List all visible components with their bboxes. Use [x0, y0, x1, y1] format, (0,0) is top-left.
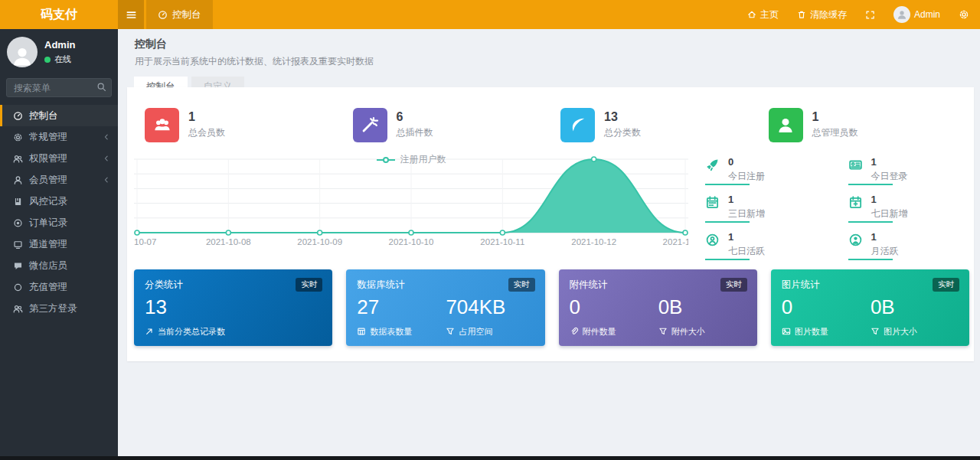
- stat-row: 1总会员数 6总插件数 13总分类数 1总管理员数: [135, 101, 966, 148]
- trash-icon: [797, 10, 806, 19]
- quick-stat-month-active: 1月活跃: [841, 227, 970, 262]
- image-icon: [782, 327, 791, 336]
- settings-button[interactable]: [959, 9, 969, 20]
- filter-icon: [658, 327, 668, 336]
- home-icon: [747, 10, 756, 19]
- users-group-icon: [145, 108, 179, 142]
- registrations-chart: 注册用户数 10-072021-10-082021-10-092021-10-1…: [134, 152, 688, 253]
- quick-stat-three-day-new: 1三日新增: [697, 189, 827, 224]
- breadcrumb-tab[interactable]: 控制台: [146, 0, 213, 29]
- sidebar-item-general[interactable]: 常规管理: [0, 126, 118, 148]
- card-attachment-stats: 附件统计实时 0 附件数量 0B 附件大小: [559, 269, 757, 346]
- card-image-stats: 图片统计实时 0 图片数量 0B 图片大小: [771, 269, 969, 346]
- online-status-label: 在线: [54, 54, 71, 65]
- search-icon: [96, 82, 106, 92]
- avatar: [7, 37, 38, 67]
- home-link[interactable]: 主页: [747, 8, 779, 21]
- sidebar-item-risk-records[interactable]: 风控记录: [0, 191, 118, 212]
- gear-icon: [959, 9, 969, 20]
- quick-stats: 0今日注册 1今日登录 1三日新增 1七日新增 1七日活跃: [697, 152, 969, 262]
- card-category-stats: 分类统计实时 13 当前分类总记录数: [134, 269, 332, 346]
- rocket-icon: [705, 158, 720, 172]
- realtime-badge: 实时: [296, 278, 322, 292]
- user-icon: [769, 108, 803, 142]
- sidebar-toggle-button[interactable]: [118, 0, 144, 29]
- user-icon: [13, 175, 23, 185]
- app: 码支付 控制台 主页 清除缓存 Admin: [0, 0, 980, 460]
- stat-total-members: 1总会员数: [135, 101, 343, 148]
- leaf-icon: [560, 108, 595, 142]
- target-icon: [13, 218, 23, 228]
- main-content: 控制台 用于展示当前系统中的统计数据、统计报表及重要实时数据 控制台 自定义 1…: [118, 29, 980, 456]
- x-axis-label: 10-07: [134, 237, 156, 246]
- realtime-badge: 实时: [508, 278, 535, 292]
- dashboard-panel: 1总会员数 6总插件数 13总分类数 1总管理员数: [127, 87, 974, 361]
- users-icon: [13, 304, 23, 314]
- id-card-icon: [848, 158, 863, 172]
- chevron-left-icon: [103, 133, 110, 141]
- sidebar-item-recharge[interactable]: 充值管理: [0, 276, 118, 298]
- magic-wand-icon: [353, 108, 387, 142]
- filter-icon: [446, 327, 455, 336]
- comment-icon: [13, 261, 23, 271]
- fullscreen-button[interactable]: [865, 10, 875, 20]
- gauge-icon: [13, 111, 23, 121]
- sidebar-item-third-party-login[interactable]: 第三方登录: [0, 298, 118, 319]
- user-menu[interactable]: Admin: [893, 6, 940, 23]
- sidebar-menu: 控制台 常规管理 权限管理 会员管理 风控记录: [0, 105, 118, 319]
- brand-logo[interactable]: 码支付: [0, 0, 118, 29]
- sidebar: Admin 在线 控制台 常规管理 权限管理: [0, 29, 118, 456]
- x-axis-label: 2021-10-12: [571, 237, 616, 246]
- summary-cards: 分类统计实时 13 当前分类总记录数 数据库统计实时 27 数据表数量: [134, 269, 969, 346]
- user-menu-name: Admin: [914, 9, 940, 20]
- chart-legend[interactable]: 注册用户数: [134, 153, 688, 166]
- brand-title: 码支付: [41, 8, 77, 21]
- x-axis-label: 2021-10-08: [206, 237, 251, 246]
- breadcrumb-label: 控制台: [172, 8, 201, 21]
- sidebar-item-permissions[interactable]: 权限管理: [0, 148, 118, 169]
- stat-total-plugins: 6总插件数: [343, 101, 551, 148]
- x-axis-label: 2021-10-13: [663, 237, 688, 246]
- topbar-right: 主页 清除缓存 Admin: [747, 0, 980, 29]
- realtime-badge: 实时: [720, 278, 747, 292]
- clear-cache-button[interactable]: 清除缓存: [797, 8, 847, 21]
- menu-search: [6, 78, 112, 97]
- stat-total-admins: 1总管理员数: [759, 101, 967, 148]
- cogs-icon: [13, 132, 23, 142]
- sidebar-item-wechat-clerk[interactable]: 微信店员: [0, 255, 118, 276]
- sidebar-user-panel: Admin 在线: [0, 29, 118, 75]
- user-icon: [11, 44, 34, 67]
- chevron-left-icon: [103, 176, 110, 184]
- sidebar-item-members[interactable]: 会员管理: [0, 169, 118, 191]
- page-title: 控制台: [135, 38, 980, 51]
- quick-stat-today-registered: 0今日注册: [697, 152, 827, 187]
- chart-x-axis-labels: 10-072021-10-082021-10-092021-10-102021-…: [134, 237, 688, 250]
- paperclip-icon: [570, 327, 579, 336]
- sidebar-item-orders[interactable]: 订单记录: [0, 212, 118, 233]
- card-database-stats: 数据库统计实时 27 数据表数量 704KB 占用空间: [346, 269, 544, 346]
- topbar: 控制台 主页 清除缓存 Admin: [118, 0, 980, 29]
- sidebar-user-name: Admin: [44, 39, 75, 51]
- page-subtitle: 用于展示当前系统中的统计数据、统计报表及重要实时数据: [135, 55, 980, 68]
- legend-marker-icon: [377, 159, 395, 161]
- circle-icon: [13, 282, 23, 292]
- x-axis-label: 2021-10-09: [297, 237, 342, 246]
- sidebar-item-dashboard[interactable]: 控制台: [0, 105, 118, 126]
- calendar-icon: [705, 195, 720, 210]
- filter-icon: [871, 327, 880, 336]
- hamburger-icon: [126, 9, 137, 21]
- realtime-badge: 实时: [933, 278, 959, 292]
- user-circle-icon: [848, 233, 863, 247]
- window-bottom-edge: [0, 456, 980, 460]
- quick-stat-today-login: 1今日登录: [841, 152, 970, 187]
- calendar-plus-icon: [848, 195, 863, 210]
- gauge-icon: [158, 10, 168, 20]
- avatar: [893, 6, 910, 23]
- user-icon: [897, 9, 907, 20]
- quick-stat-seven-day-active: 1七日活跃: [697, 227, 827, 262]
- online-dot: [44, 57, 51, 63]
- quick-stat-seven-day-new: 1七日新增: [841, 189, 970, 224]
- page-header: 控制台 用于展示当前系统中的统计数据、统计报表及重要实时数据: [118, 29, 980, 68]
- sidebar-item-channels[interactable]: 通道管理: [0, 233, 118, 255]
- arrow-up-right-icon: [145, 327, 154, 336]
